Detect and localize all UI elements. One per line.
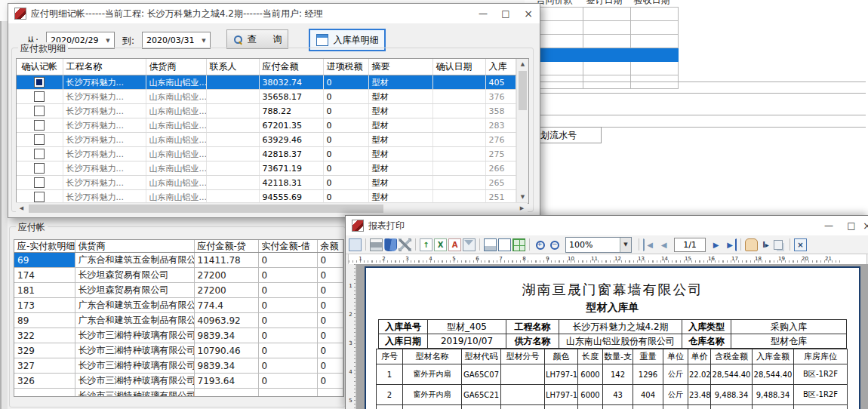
ruler-number: 15 — [676, 254, 700, 264]
single-page-icon[interactable] — [498, 238, 511, 251]
ruler-number: 3 — [396, 254, 419, 264]
payables-row[interactable]: 89广东合和建筑五金制品有限公司40963.9200 — [14, 313, 343, 328]
column-header[interactable]: 摘要 — [368, 59, 432, 75]
column-header[interactable]: 确认记帐 — [17, 59, 63, 75]
query-button-label: 查 询 — [248, 33, 282, 46]
confirm-checkbox[interactable] — [34, 134, 45, 145]
column-header[interactable]: 实付金额-借 — [258, 240, 317, 253]
contract-table-row[interactable] — [534, 48, 679, 62]
confirm-checkbox[interactable] — [34, 177, 45, 188]
close-button[interactable]: × — [517, 5, 540, 22]
page-indicator[interactable]: 1/1 — [674, 238, 706, 252]
scrollbar-thumb[interactable] — [29, 204, 383, 213]
maximize-button[interactable]: □ — [494, 5, 517, 22]
book-icon[interactable] — [384, 238, 397, 251]
contract-table-row[interactable] — [534, 62, 679, 75]
column-header[interactable]: 联系人 — [206, 59, 259, 75]
contract-table-row[interactable] — [534, 8, 679, 21]
payables-row[interactable]: 327长沙市三湘特种玻璃有限公司9839.3400 — [14, 358, 343, 374]
confirm-checkbox[interactable] — [34, 120, 45, 131]
payable-detail-row[interactable]: 长沙万科魅力...山东南山铝业...788.220型材358 — [17, 104, 516, 118]
minimize-button[interactable]: — — [817, 217, 840, 234]
payable-detail-row[interactable]: 长沙万科魅力...山东南山铝业...42818.370型材275 — [17, 147, 516, 161]
close-button[interactable]: × — [863, 217, 868, 234]
print-icon[interactable] — [370, 238, 383, 251]
mail-icon[interactable] — [463, 238, 476, 251]
payable-detail-row[interactable]: 长沙万科魅力...山东南山铝业...67201.350型材283 — [17, 118, 516, 133]
last-page-icon[interactable] — [724, 238, 737, 251]
dialog-titlebar: 应付明细记帐------当前工程: 长沙万科魅力之城4.2期------当前用户… — [8, 4, 540, 23]
to-date-combobox[interactable]: 2020/03/31 ▼ — [142, 32, 211, 49]
payables-row[interactable]: 326长沙市三湘特种玻璃有限公司7193.6400 — [14, 374, 343, 389]
payable-detail-row[interactable]: 长沙万科魅力...山东南山铝业...63929.460型材276 — [17, 133, 516, 147]
page-setup-icon[interactable] — [484, 238, 497, 251]
scroll-right-icon[interactable]: ▶ — [516, 203, 528, 214]
tools-icon[interactable] — [399, 238, 411, 251]
info-row[interactable]: 入库日期2019/10/07供方名称山东南山铝业股份有限公司仓库名称型材仓库 — [379, 334, 847, 349]
report-page: 湖南亘晟门窗幕墙有限公司 型材入库单 入库单号型材_405工程名称长沙万科魅力之… — [365, 266, 860, 409]
confirm-checkbox[interactable] — [34, 192, 45, 202]
payables-row[interactable]: 329长沙市三湘特种玻璃有限公司10790.4600 — [14, 343, 343, 358]
vertical-scrollbar[interactable]: ▲ ▼ — [516, 59, 528, 203]
payable-detail-row[interactable]: 长沙万科魅力...山东南山铝业...38032.740型材405 — [17, 75, 516, 90]
payable-detail-row[interactable]: 长沙万科魅力...山东南山铝业...73671.190型材266 — [17, 161, 516, 176]
minimize-button[interactable]: — — [472, 5, 494, 22]
scroll-down-icon[interactable]: ▼ — [517, 192, 528, 203]
column-header[interactable]: 进项税额 — [323, 59, 368, 75]
contract-table-row[interactable] — [534, 35, 679, 48]
confirm-checkbox[interactable] — [34, 91, 45, 102]
maximize-button[interactable]: □ — [840, 217, 863, 234]
column-header[interactable]: 入库 — [485, 59, 516, 75]
column-header[interactable]: 余额 — [317, 240, 343, 253]
column-header[interactable]: 供货商 — [146, 59, 206, 75]
payable-detail-row[interactable]: 长沙万科魅力...山东南山铝业...42118.310型材265 — [17, 176, 516, 190]
column-header[interactable]: 应-实付款明细ID — [14, 240, 75, 253]
zoom-in-icon[interactable] — [534, 238, 546, 251]
contract-table-row[interactable] — [534, 21, 679, 35]
report-toolbar: 100% ▼ 1/1 — [346, 235, 868, 254]
next-page-icon[interactable] — [709, 238, 722, 251]
confirm-checkbox[interactable] — [34, 77, 45, 88]
hand-icon[interactable] — [745, 238, 758, 251]
column-header[interactable]: 供货商 — [75, 240, 194, 253]
payable-detail-row[interactable]: 长沙万科魅力...山东南山铝业...35658.170型材376 — [17, 90, 516, 104]
select-text-icon[interactable] — [759, 238, 772, 251]
payables-row[interactable]: 69广东合和建筑五金制品有限公司11411.7800 — [14, 253, 343, 268]
zoom-out-icon[interactable] — [548, 238, 561, 251]
ruler-number: 14 — [653, 254, 676, 264]
design-view-icon[interactable] — [349, 238, 362, 251]
toolbar-separator — [529, 238, 530, 251]
column-header: 验收日期 — [631, 0, 679, 8]
confirm-checkbox[interactable] — [34, 106, 45, 116]
report-title: 报表打印 — [368, 220, 817, 232]
multi-page-icon[interactable] — [512, 238, 525, 251]
prev-page-icon[interactable] — [657, 238, 670, 251]
detail-row[interactable]: 2窗外开内扇GA65C21LH797-1LL600043404公斤23.4860… — [377, 385, 848, 405]
column-header[interactable]: 应付金额-贷 — [194, 240, 258, 253]
info-row[interactable]: 入库单号型材_405工程名称长沙万科魅力之城4.2期入库类型采购入库 — [379, 320, 847, 334]
payables-row[interactable]: 长沙市三湘特种玻璃有限公司 — [14, 389, 343, 398]
zoom-level-combobox[interactable]: 100% ▼ — [565, 237, 632, 253]
ruler-number: 3 — [346, 340, 356, 368]
column-header[interactable]: 应付金额 — [259, 59, 323, 75]
copy-icon[interactable] — [774, 240, 783, 250]
column-header[interactable]: 工程名称 — [63, 59, 146, 75]
confirm-checkbox[interactable] — [34, 149, 45, 159]
query-button[interactable]: 查 询 — [226, 29, 288, 49]
confirm-checkbox[interactable] — [34, 163, 45, 174]
scrollbar-thumb[interactable] — [519, 71, 527, 110]
close-preview-icon[interactable] — [794, 238, 807, 251]
detail-row[interactable]: 1窗外开内扇GA65C07LH797-1LL60001421296公斤22.02… — [377, 364, 848, 385]
scroll-left-icon[interactable]: ◀ — [16, 203, 27, 214]
payables-row[interactable]: 174长沙坦森贸易有限公司2720000 — [14, 268, 343, 283]
payables-row[interactable]: 322长沙市三湘特种玻璃有限公司9839.3400 — [14, 328, 343, 343]
scroll-up-icon[interactable]: ▲ — [517, 59, 528, 70]
pdf-icon[interactable] — [448, 238, 461, 251]
excel-icon[interactable] — [434, 238, 447, 251]
payables-row[interactable]: 181长沙坦森贸易有限公司2720000 — [14, 283, 343, 298]
first-page-icon[interactable] — [643, 238, 656, 251]
horizontal-scrollbar[interactable]: ◀ ▶ — [16, 202, 528, 214]
payables-row[interactable]: 173广东合和建筑五金制品有限公司774.400 — [14, 298, 343, 313]
column-header[interactable]: 确认日期 — [432, 59, 485, 75]
export-icon[interactable] — [420, 238, 432, 251]
